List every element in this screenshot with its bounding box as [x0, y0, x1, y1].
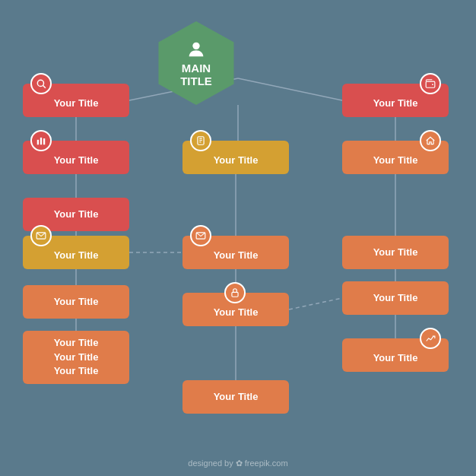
node-n1-label: Your Title: [54, 91, 99, 110]
svg-line-1: [238, 78, 342, 100]
node-n5-label: Your Title: [54, 296, 99, 309]
node-n4-label: Your Title: [54, 243, 99, 262]
node-n13-label: Your Title: [373, 246, 418, 259]
node-n6-label2: Your Title: [54, 351, 99, 364]
node-n15: Your Title: [342, 338, 449, 372]
node-n12: Your Title: [342, 141, 449, 174]
node-n8-label: Your Title: [214, 243, 259, 262]
node-n10: Your Title: [182, 380, 289, 414]
svg-line-11: [289, 298, 342, 309]
main-title-line1: MAIN: [182, 62, 211, 75]
node-n13: Your Title: [342, 236, 449, 269]
watermark-text: designed by ✿ freepik.com: [188, 459, 287, 468]
node-n1: Your Title: [23, 84, 129, 117]
node-n5: Your Title: [23, 285, 129, 319]
svg-rect-21: [43, 138, 45, 144]
svg-point-17: [37, 80, 43, 86]
node-n2-label: Your Title: [54, 148, 99, 167]
svg-rect-29: [426, 81, 435, 87]
node-n3-label: Your Title: [54, 208, 99, 221]
svg-line-18: [43, 85, 46, 88]
main-title-line2: TITLE: [180, 75, 212, 87]
node-n6-label3: Your Title: [54, 365, 99, 378]
svg-rect-20: [40, 138, 42, 144]
svg-rect-19: [37, 140, 39, 144]
node-n2: Your Title: [23, 141, 129, 174]
node-n14-label: Your Title: [373, 292, 418, 305]
node-n9: Your Title: [182, 293, 289, 326]
svg-rect-28: [232, 292, 238, 297]
node-n11-label: Your Title: [373, 91, 418, 110]
watermark: designed by ✿ freepik.com: [188, 459, 287, 468]
node-n10-label: Your Title: [214, 391, 259, 404]
node-n12-label: Your Title: [373, 148, 418, 167]
node-n15-label: Your Title: [373, 346, 418, 365]
node-n6-label1: Your Title: [54, 337, 99, 350]
svg-point-30: [432, 84, 433, 85]
node-n8: Your Title: [182, 236, 289, 269]
node-n11: Your Title: [342, 84, 449, 117]
node-n4: Your Title: [23, 236, 129, 269]
diagram-container: MAIN TITLE Your Title Your Title Your Ti…: [0, 0, 476, 476]
svg-point-16: [192, 43, 199, 49]
node-n6: Your Title Your Title Your Title: [23, 331, 129, 384]
node-n7: Your Title: [182, 141, 289, 174]
node-n14: Your Title: [342, 281, 449, 315]
node-n7-label: Your Title: [214, 148, 259, 167]
main-node: MAIN TITLE: [154, 21, 238, 105]
